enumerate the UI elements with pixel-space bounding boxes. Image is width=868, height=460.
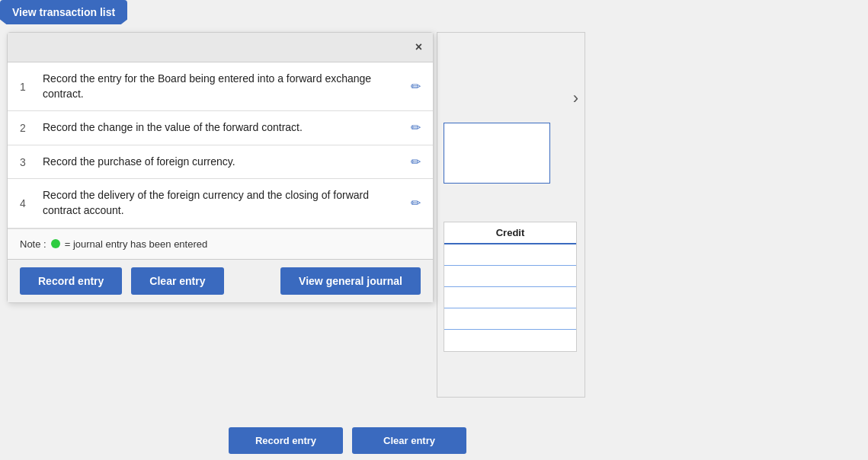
row-text-1: Record the entry for the Board being ent… <box>43 72 403 101</box>
row-text-3: Record the purchase of foreign currency. <box>43 155 403 170</box>
note-prefix: Note : <box>20 238 46 250</box>
close-button[interactable]: × <box>415 40 422 54</box>
edit-icon-2[interactable]: ✏ <box>411 120 421 135</box>
modal-header: × <box>8 33 433 62</box>
button-bar: Record entry Clear entry View general jo… <box>8 259 433 302</box>
row-number-3: 3 <box>20 156 35 168</box>
note-section: Note : = journal entry has been entered <box>8 228 433 259</box>
transaction-row-1: 1 Record the entry for the Board being e… <box>8 62 433 111</box>
row-number-1: 1 <box>20 81 35 93</box>
edit-icon-1[interactable]: ✏ <box>411 79 421 94</box>
transaction-modal: × 1 Record the entry for the Board being… <box>7 32 434 303</box>
row-number-2: 2 <box>20 122 35 134</box>
credit-row-2 <box>444 266 576 287</box>
row-text-2: Record the change in the value of the fo… <box>43 120 403 136</box>
view-general-journal-button[interactable]: View general journal <box>280 267 421 295</box>
note-suffix: = journal entry has been entered <box>65 238 208 250</box>
credit-row-4 <box>444 308 576 330</box>
record-entry-button[interactable]: Record entry <box>20 267 122 295</box>
bottom-button-area: Record entry Clear entry <box>229 421 466 460</box>
bottom-clear-entry-button[interactable]: Clear entry <box>352 427 466 454</box>
chevron-right-icon[interactable]: › <box>573 88 578 108</box>
credit-row-1 <box>444 244 576 266</box>
transaction-row-4: 4 Record the delivery of the foreign cur… <box>8 179 433 228</box>
transaction-row-2: 2 Record the change in the value of the … <box>8 111 433 145</box>
input-box[interactable] <box>444 123 550 184</box>
credit-row-3 <box>444 287 576 308</box>
credit-table-header: Credit <box>444 222 576 244</box>
green-dot-icon <box>51 239 60 248</box>
credit-row-5 <box>444 330 576 351</box>
edit-icon-4[interactable]: ✏ <box>411 196 421 210</box>
view-transaction-tab[interactable]: View transaction list <box>0 0 127 24</box>
credit-table: Credit <box>444 222 577 352</box>
right-panel: › Credit <box>437 32 585 398</box>
row-text-4: Record the delivery of the foreign curre… <box>43 188 403 218</box>
transaction-row-3: 3 Record the purchase of foreign currenc… <box>8 145 433 180</box>
row-number-4: 4 <box>20 197 35 209</box>
clear-entry-button[interactable]: Clear entry <box>131 267 223 295</box>
edit-icon-3[interactable]: ✏ <box>411 155 421 169</box>
bottom-record-entry-button[interactable]: Record entry <box>229 427 343 454</box>
